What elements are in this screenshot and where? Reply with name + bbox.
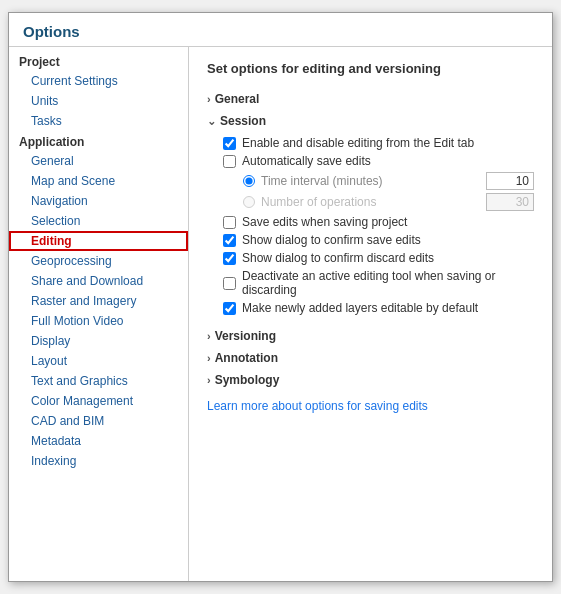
- section-header-annotation[interactable]: ›Annotation: [207, 347, 534, 369]
- cb-deactivate-label: Deactivate an active editing tool when s…: [242, 269, 534, 297]
- sidebar-item-selection[interactable]: Selection: [9, 211, 188, 231]
- chevron-symbology-icon: ›: [207, 374, 211, 386]
- rb-ops-value-input: [486, 193, 534, 211]
- section-header-general[interactable]: ›General: [207, 88, 534, 110]
- options-window: Options ProjectCurrent SettingsUnitsTask…: [8, 12, 553, 582]
- sidebar-item-tasks[interactable]: Tasks: [9, 111, 188, 131]
- sidebar-item-geoprocessing[interactable]: Geoprocessing: [9, 251, 188, 271]
- sidebar-item-indexing[interactable]: Indexing: [9, 451, 188, 471]
- checkbox-row-cb-autosave: Automatically save edits: [223, 154, 534, 168]
- section-label-versioning: Versioning: [215, 329, 276, 343]
- section-header-symbology[interactable]: ›Symbology: [207, 369, 534, 391]
- section-label-symbology: Symbology: [215, 373, 280, 387]
- chevron-versioning-icon: ›: [207, 330, 211, 342]
- rb-time-value-input[interactable]: [486, 172, 534, 190]
- sidebar-item-general[interactable]: General: [9, 151, 188, 171]
- main-panel: Set options for editing and versioning ›…: [189, 47, 552, 581]
- section-header-session[interactable]: ⌄Session: [207, 110, 534, 132]
- sidebar-item-share-and-download[interactable]: Share and Download: [9, 271, 188, 291]
- cb-confirm-save-label: Show dialog to confirm save edits: [242, 233, 421, 247]
- sidebar-group-label-application: Application: [9, 131, 188, 151]
- cb-confirm-save-checkbox[interactable]: [223, 234, 236, 247]
- checkbox-row-cb-deactivate: Deactivate an active editing tool when s…: [223, 269, 534, 297]
- rb-time-label: Time interval (minutes): [261, 174, 383, 188]
- sidebar-item-full-motion-video[interactable]: Full Motion Video: [9, 311, 188, 331]
- cb-deactivate-checkbox[interactable]: [223, 277, 236, 290]
- sidebar-item-layout[interactable]: Layout: [9, 351, 188, 371]
- sidebar-item-metadata[interactable]: Metadata: [9, 431, 188, 451]
- cb-editable-checkbox[interactable]: [223, 302, 236, 315]
- sidebar-item-color-management[interactable]: Color Management: [9, 391, 188, 411]
- cb-editable-label: Make newly added layers editable by defa…: [242, 301, 478, 315]
- chevron-annotation-icon: ›: [207, 352, 211, 364]
- sidebar-item-cad-and-bim[interactable]: CAD and BIM: [9, 411, 188, 431]
- sidebar-item-current-settings[interactable]: Current Settings: [9, 71, 188, 91]
- sidebar-item-display[interactable]: Display: [9, 331, 188, 351]
- checkbox-row-cb-confirm-discard: Show dialog to confirm discard edits: [223, 251, 534, 265]
- checkbox-row-cb-save-proj: Save edits when saving project: [223, 215, 534, 229]
- radio-row-rb-time: Time interval (minutes): [243, 172, 534, 190]
- cb-enable-label: Enable and disable editing from the Edit…: [242, 136, 474, 150]
- session-content: Enable and disable editing from the Edit…: [207, 136, 534, 325]
- section-header-versioning[interactable]: ›Versioning: [207, 325, 534, 347]
- cb-save-proj-checkbox[interactable]: [223, 216, 236, 229]
- checkbox-row-cb-editable: Make newly added layers editable by defa…: [223, 301, 534, 315]
- chevron-session-icon: ⌄: [207, 115, 216, 128]
- section-label-general: General: [215, 92, 260, 106]
- section-label-session: Session: [220, 114, 266, 128]
- checkbox-row-cb-confirm-save: Show dialog to confirm save edits: [223, 233, 534, 247]
- cb-save-proj-label: Save edits when saving project: [242, 215, 407, 229]
- window-title: Options: [9, 13, 552, 46]
- sidebar-item-map-and-scene[interactable]: Map and Scene: [9, 171, 188, 191]
- cb-autosave-label: Automatically save edits: [242, 154, 371, 168]
- sidebar-item-units[interactable]: Units: [9, 91, 188, 111]
- sidebar-item-text-and-graphics[interactable]: Text and Graphics: [9, 371, 188, 391]
- cb-confirm-discard-label: Show dialog to confirm discard edits: [242, 251, 434, 265]
- radio-row-rb-ops: Number of operations: [243, 193, 534, 211]
- chevron-general-icon: ›: [207, 93, 211, 105]
- rb-ops-radio[interactable]: [243, 196, 255, 208]
- content-area: ProjectCurrent SettingsUnitsTasksApplica…: [9, 46, 552, 581]
- cb-autosave-checkbox[interactable]: [223, 155, 236, 168]
- rb-ops-label: Number of operations: [261, 195, 376, 209]
- section-label-annotation: Annotation: [215, 351, 278, 365]
- rb-time-radio[interactable]: [243, 175, 255, 187]
- cb-confirm-discard-checkbox[interactable]: [223, 252, 236, 265]
- sidebar-item-navigation[interactable]: Navigation: [9, 191, 188, 211]
- sidebar-item-editing[interactable]: Editing: [9, 231, 188, 251]
- main-panel-title: Set options for editing and versioning: [207, 61, 534, 76]
- checkbox-row-cb-enable: Enable and disable editing from the Edit…: [223, 136, 534, 150]
- sidebar-item-raster-and-imagery[interactable]: Raster and Imagery: [9, 291, 188, 311]
- learn-more-link[interactable]: Learn more about options for saving edit…: [207, 399, 428, 413]
- sidebar-group-label-project: Project: [9, 51, 188, 71]
- cb-enable-checkbox[interactable]: [223, 137, 236, 150]
- sidebar: ProjectCurrent SettingsUnitsTasksApplica…: [9, 47, 189, 581]
